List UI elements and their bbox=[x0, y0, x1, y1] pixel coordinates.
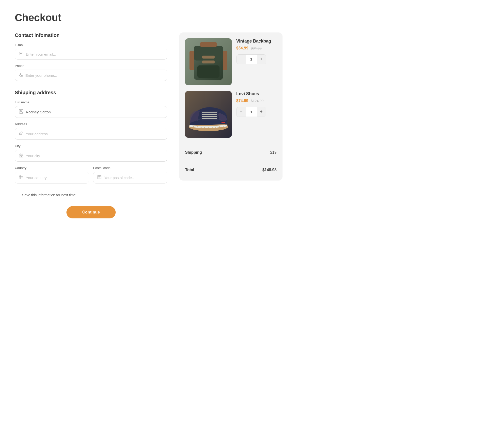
product-item-backpack: Vintage Backbag $54.99 $94.99 − 1 + bbox=[185, 38, 277, 85]
svg-point-30 bbox=[193, 126, 194, 127]
email-input-wrapper[interactable] bbox=[15, 49, 167, 60]
svg-rect-7 bbox=[19, 175, 23, 179]
continue-button[interactable]: Continue bbox=[66, 206, 116, 218]
city-input[interactable] bbox=[26, 154, 163, 158]
qty-decrease-shoes[interactable]: − bbox=[236, 107, 246, 117]
qty-decrease-backpack[interactable]: − bbox=[236, 55, 246, 64]
page-title: Checkout bbox=[15, 12, 489, 24]
product-image-shoes bbox=[185, 91, 232, 138]
original-price-backpack: $94.99 bbox=[251, 46, 262, 50]
shipping-row: Shipping $19 bbox=[185, 148, 277, 157]
product-info-backpack: Vintage Backbag $54.99 $94.99 − 1 + bbox=[236, 38, 277, 85]
qty-value-backpack: 1 bbox=[246, 57, 257, 61]
svg-point-37 bbox=[219, 126, 220, 127]
svg-rect-18 bbox=[202, 61, 215, 63]
main-layout: Contact infomation E-mail Phone bbox=[15, 32, 489, 218]
fullname-label: Full name bbox=[15, 100, 167, 104]
svg-rect-0 bbox=[19, 52, 23, 55]
svg-point-38 bbox=[223, 126, 224, 127]
shipping-section-title: Shipping address bbox=[15, 90, 167, 95]
qty-control-backpack: − 1 + bbox=[236, 54, 266, 64]
fullname-field-group: Full name bbox=[15, 100, 167, 118]
product-name-shoes: Levi Shoes bbox=[236, 91, 277, 97]
shipping-value: $19 bbox=[270, 150, 277, 155]
product-item-shoes: Levi Shoes $74.99 $124.99 − 1 + bbox=[185, 91, 277, 138]
save-info-label: Save this information for next time bbox=[22, 193, 76, 197]
sale-price-shoes: $74.99 bbox=[236, 99, 248, 103]
address-label: Address bbox=[15, 122, 167, 126]
address-input[interactable] bbox=[26, 132, 163, 136]
total-divider bbox=[185, 161, 277, 161]
postal-input-wrapper[interactable] bbox=[93, 172, 167, 183]
form-section: Contact infomation E-mail Phone bbox=[15, 32, 167, 218]
address-input-wrapper[interactable] bbox=[15, 128, 167, 140]
svg-point-35 bbox=[212, 127, 213, 128]
save-info-row: Save this information for next time bbox=[15, 193, 167, 197]
postal-label: Postal code bbox=[93, 166, 167, 170]
svg-rect-17 bbox=[202, 56, 215, 59]
phone-label: Phone bbox=[15, 64, 167, 68]
price-row-shoes: $74.99 $124.99 bbox=[236, 99, 277, 103]
continue-btn-wrapper: Continue bbox=[15, 206, 167, 218]
phone-field-group: Phone bbox=[15, 64, 167, 81]
city-icon bbox=[19, 153, 23, 158]
product-name-backpack: Vintage Backbag bbox=[236, 38, 277, 44]
product-info-shoes: Levi Shoes $74.99 $124.99 − 1 + bbox=[236, 91, 277, 138]
svg-rect-21 bbox=[223, 51, 227, 70]
summary-divider bbox=[185, 144, 277, 144]
country-postal-row: Country bbox=[15, 166, 167, 188]
svg-rect-19 bbox=[197, 65, 220, 78]
country-input[interactable] bbox=[26, 176, 85, 180]
email-icon bbox=[19, 52, 23, 56]
svg-rect-29 bbox=[221, 122, 225, 123]
qty-increase-shoes[interactable]: + bbox=[257, 107, 266, 117]
original-price-shoes: $124.99 bbox=[251, 99, 264, 103]
email-label: E-mail bbox=[15, 43, 167, 47]
svg-point-34 bbox=[208, 127, 209, 128]
postal-field-group: Postal code bbox=[93, 166, 167, 183]
total-row: Total $148.98 bbox=[185, 165, 277, 175]
svg-rect-4 bbox=[20, 155, 21, 156]
phone-input-wrapper[interactable] bbox=[15, 70, 167, 81]
postal-input[interactable] bbox=[104, 176, 163, 180]
svg-rect-16 bbox=[200, 42, 217, 47]
city-label: City bbox=[15, 144, 167, 148]
qty-increase-backpack[interactable]: + bbox=[257, 55, 266, 64]
country-icon bbox=[19, 175, 23, 180]
product-image-backpack bbox=[185, 38, 232, 85]
email-input[interactable] bbox=[26, 52, 163, 56]
price-row-backpack: $54.99 $94.99 bbox=[236, 46, 277, 50]
svg-rect-24 bbox=[201, 111, 218, 121]
svg-point-31 bbox=[197, 126, 198, 127]
fullname-input-wrapper[interactable] bbox=[15, 106, 167, 118]
svg-point-2 bbox=[20, 110, 22, 112]
svg-point-36 bbox=[215, 127, 216, 128]
phone-icon bbox=[19, 73, 23, 78]
save-info-checkbox[interactable] bbox=[15, 193, 19, 197]
city-field-group: City bbox=[15, 144, 167, 162]
svg-point-33 bbox=[204, 127, 205, 128]
city-input-wrapper[interactable] bbox=[15, 150, 167, 162]
svg-rect-20 bbox=[189, 51, 194, 70]
svg-rect-3 bbox=[19, 154, 23, 157]
contact-section: Contact infomation E-mail Phone bbox=[15, 32, 167, 81]
total-label: Total bbox=[185, 168, 194, 172]
person-icon bbox=[19, 109, 23, 115]
order-summary: Vintage Backbag $54.99 $94.99 − 1 + bbox=[179, 32, 283, 181]
country-field-group: Country bbox=[15, 166, 89, 183]
email-field-group: E-mail bbox=[15, 43, 167, 60]
shipping-label: Shipping bbox=[185, 150, 202, 155]
shipping-section: Shipping address Full name Address bbox=[15, 90, 167, 197]
sale-price-backpack: $54.99 bbox=[236, 46, 248, 50]
svg-point-32 bbox=[201, 127, 202, 128]
country-input-wrapper[interactable] bbox=[15, 172, 89, 183]
country-label: Country bbox=[15, 166, 89, 170]
postal-icon bbox=[97, 175, 102, 180]
total-value: $148.98 bbox=[262, 168, 277, 172]
fullname-input[interactable] bbox=[26, 110, 163, 114]
phone-input[interactable] bbox=[25, 73, 163, 77]
contact-section-title: Contact infomation bbox=[15, 32, 167, 38]
qty-value-shoes: 1 bbox=[246, 110, 257, 114]
svg-rect-5 bbox=[22, 155, 22, 156]
qty-control-shoes: − 1 + bbox=[236, 107, 266, 117]
